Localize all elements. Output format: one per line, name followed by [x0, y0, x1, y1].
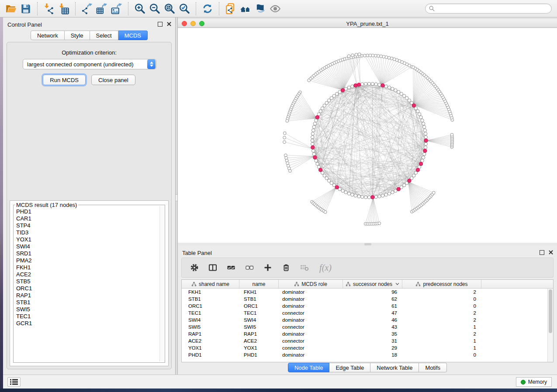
table-cell: ACE2 — [239, 338, 279, 344]
export-image-button[interactable] — [109, 1, 124, 16]
search-box[interactable] — [425, 3, 552, 14]
table-scrollbar-thumb[interactable] — [549, 289, 552, 333]
search-input[interactable] — [437, 6, 548, 12]
column-header-successor-nodes[interactable]: successor nodes — [343, 280, 402, 288]
unselect-all-button[interactable] — [245, 263, 254, 272]
delete-button[interactable] — [281, 263, 291, 272]
mcds-result-node[interactable]: SWI4 — [15, 243, 159, 250]
mcds-result-node[interactable]: YOX1 — [15, 236, 159, 243]
table-cell: SWI5 — [239, 324, 279, 330]
mcds-result-node[interactable]: FKH1 — [15, 264, 159, 271]
zoom-in-button[interactable] — [132, 1, 147, 16]
vertical-splitter-grip[interactable] — [176, 194, 177, 201]
mcds-result-node[interactable]: STP4 — [15, 222, 159, 229]
table-cell: dominator — [279, 317, 343, 323]
table-row[interactable]: SWI5SWI5connector431 — [182, 323, 553, 330]
network-window-titlebar: YPA_prune.txt_1 — [178, 19, 557, 28]
open-file-button[interactable] — [3, 1, 18, 16]
column-header-predecessor-nodes[interactable]: predecessor nodes — [402, 280, 481, 288]
show-hide-eye-button[interactable] — [268, 1, 283, 16]
mcds-result-node[interactable]: STB1 — [15, 299, 159, 306]
table-row[interactable]: SWI4SWI4dominator462 — [182, 316, 553, 323]
tab-node-table[interactable]: Node Table — [288, 363, 330, 372]
optimization-criterion-select[interactable]: largest connected component (undirected) — [23, 59, 156, 69]
import-table-icon — [58, 3, 69, 14]
zoom-selected-button[interactable] — [177, 1, 192, 16]
mcds-result-node[interactable]: GCR1 — [15, 320, 159, 327]
table-row[interactable]: PHD1PHD1dominator180 — [182, 351, 553, 358]
column-header-MCDS-role[interactable]: MCDS role — [279, 280, 343, 288]
table-cell: 2 — [402, 317, 481, 323]
show-columns-button[interactable] — [208, 263, 218, 272]
table-row[interactable]: RAP1RAP1dominator352 — [182, 330, 553, 337]
column-header-name[interactable]: name — [239, 280, 279, 288]
add-column-button[interactable] — [263, 263, 273, 272]
task-history-button[interactable] — [7, 377, 21, 387]
control-panel-close-icon[interactable] — [166, 21, 172, 27]
style-flag-button[interactable] — [253, 1, 268, 16]
table-row[interactable]: TEC1TEC1connector472 — [182, 309, 553, 316]
select-all-icon — [227, 263, 235, 272]
toolbar-separator — [75, 2, 76, 15]
export-table-button[interactable] — [94, 1, 109, 16]
table-toolbar: f(x) — [181, 258, 554, 278]
table-panel-close-icon[interactable] — [548, 250, 554, 255]
delete-table-icon — [300, 263, 309, 272]
function-builder-button: f(x) — [318, 263, 333, 272]
mcds-result-node[interactable]: CAR1 — [15, 215, 159, 222]
table-row[interactable]: STB1STB1dominator620 — [182, 296, 553, 303]
table-row[interactable]: ORC1ORC1dominator610 — [182, 303, 553, 309]
network-canvas[interactable] — [178, 28, 557, 243]
table-cell: dominator — [279, 331, 343, 337]
tab-network[interactable]: Network — [31, 31, 65, 40]
import-network-button[interactable] — [42, 1, 56, 16]
zoom-fit-button[interactable] — [162, 1, 177, 16]
table-panel-float-icon[interactable] — [540, 250, 544, 255]
save-session-button[interactable] — [18, 1, 33, 16]
mcds-result-node[interactable]: TID3 — [15, 229, 159, 236]
style-flag-icon — [255, 3, 266, 14]
memory-button[interactable]: Memory — [516, 377, 552, 387]
table-cell: 96 — [343, 289, 402, 295]
mcds-result-node[interactable]: PMA2 — [15, 257, 159, 264]
tab-select[interactable]: Select — [90, 31, 118, 40]
control-panel: Control Panel NetworkStyleSelectMCDS Opt… — [3, 17, 175, 375]
tab-style[interactable]: Style — [65, 31, 90, 40]
select-all-button[interactable] — [226, 263, 236, 272]
mcds-result-scrollbar[interactable] — [159, 206, 164, 361]
main-toolbar — [0, 0, 557, 17]
tab-edge-table[interactable]: Edge Table — [329, 363, 370, 372]
zoom-out-button[interactable] — [147, 1, 162, 16]
close-panel-button[interactable]: Close panel — [91, 75, 135, 85]
mcds-result-node[interactable]: TEC1 — [15, 313, 159, 320]
mcds-result-list[interactable]: PHD1CAR1STP4TID3YOX1SWI4SRD1PMA2FKH1ACE2… — [15, 208, 159, 361]
mcds-result-node[interactable]: STB5 — [15, 278, 159, 285]
mcds-result-node[interactable]: SWI5 — [15, 306, 159, 313]
horizontal-splitter-grip[interactable] — [364, 243, 371, 245]
mcds-result-node[interactable]: ORC1 — [15, 285, 159, 292]
horizontal-splitter[interactable] — [178, 243, 557, 246]
table-scrollbar[interactable] — [547, 289, 553, 362]
table-row[interactable]: FKH1FKH1dominator962 — [182, 289, 553, 296]
mcds-result-node[interactable]: ACE2 — [15, 271, 159, 278]
table-row[interactable]: YOX1YOX1connector291 — [182, 344, 553, 351]
mcds-result-node[interactable]: SRD1 — [15, 250, 159, 257]
neighbor-houses-button[interactable] — [238, 1, 253, 16]
tab-network-table[interactable]: Network Table — [370, 363, 419, 372]
clone-network-button[interactable] — [223, 1, 238, 16]
mcds-result-node[interactable]: PHD1 — [15, 208, 159, 215]
tab-motifs[interactable]: Motifs — [419, 363, 447, 372]
settings-gear-button[interactable] — [190, 263, 199, 272]
import-table-button[interactable] — [56, 1, 71, 16]
network-view-window: YPA_prune.txt_1 — [178, 19, 557, 243]
refresh-network-button[interactable] — [200, 1, 215, 16]
export-network-button[interactable] — [80, 1, 94, 16]
control-panel-float-icon[interactable] — [158, 22, 163, 27]
run-mcds-button[interactable]: Run MCDS — [43, 75, 86, 85]
table-row[interactable]: ACE2ACE2connector311 — [182, 337, 553, 344]
mcds-result-node[interactable]: RAP1 — [15, 292, 159, 299]
column-header-label: predecessor nodes — [423, 281, 467, 287]
tab-mcds[interactable]: MCDS — [118, 31, 148, 40]
column-header-shared-name[interactable]: shared name — [182, 280, 239, 288]
mcds-panel: Optimization criterion: largest connecte… — [7, 42, 172, 369]
